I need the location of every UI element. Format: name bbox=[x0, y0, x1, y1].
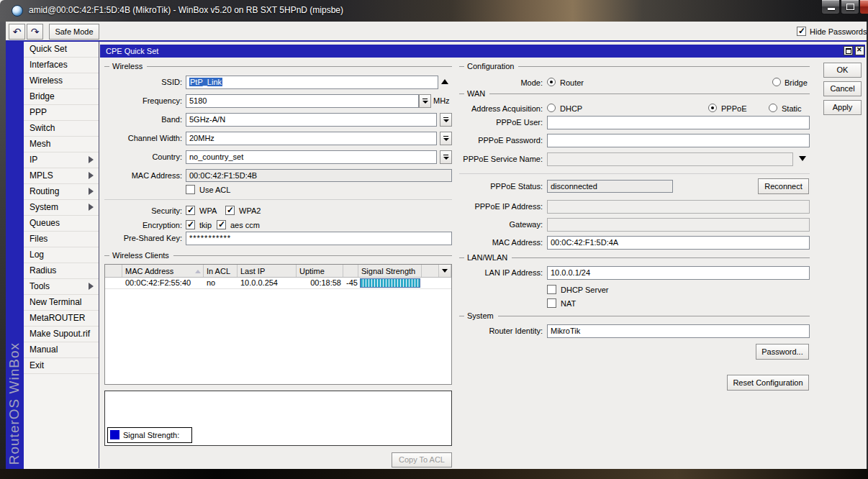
copy-to-acl-button[interactable]: Copy To ACL bbox=[392, 452, 452, 467]
pppoe-password-label: PPPoE Password: bbox=[460, 136, 543, 145]
sidebar-item-switch[interactable]: Switch bbox=[24, 121, 99, 137]
cancel-button[interactable]: Cancel bbox=[823, 81, 862, 96]
password-button[interactable]: Password... bbox=[756, 344, 809, 360]
apply-button[interactable]: Apply bbox=[823, 100, 862, 115]
undo-button[interactable] bbox=[9, 24, 25, 40]
band-input[interactable]: 5GHz-A/N bbox=[186, 113, 437, 127]
aes-ccm-checkbox[interactable] bbox=[217, 220, 226, 229]
sidebar-item-routing[interactable]: Routing bbox=[24, 184, 99, 200]
nat-checkbox[interactable] bbox=[547, 298, 556, 308]
lan-wlan-group-header: LAN/WLAN bbox=[459, 253, 810, 262]
frequency-dropdown-button[interactable] bbox=[419, 94, 431, 108]
acq-pppoe-radio[interactable] bbox=[708, 104, 717, 112]
ssid-input[interactable]: PtP_Link bbox=[186, 76, 438, 89]
redo-button[interactable] bbox=[27, 24, 43, 40]
main-toolbar bbox=[6, 22, 867, 40]
col-in-acl[interactable]: In ACL bbox=[204, 265, 238, 277]
legend-color-swatch bbox=[110, 430, 119, 439]
frequency-input[interactable]: 5180 bbox=[186, 94, 419, 108]
ok-button[interactable]: OK bbox=[823, 63, 862, 78]
sidebar-item-ppp[interactable]: PPP bbox=[24, 105, 99, 121]
psk-label: Pre-Shared Key: bbox=[104, 234, 182, 242]
dialog-titlebar[interactable]: CPE Quick Set bbox=[100, 45, 865, 58]
wpa2-checkbox[interactable] bbox=[225, 206, 235, 215]
client-row[interactable]: 00:0C:42:F2:55:40 no 10.0.0.254 00:18:58… bbox=[105, 278, 451, 289]
address-acquisition-label: Address Acquisition: bbox=[460, 104, 543, 113]
sidebar-item-bridge[interactable]: Bridge bbox=[24, 89, 99, 105]
dialog-title: CPE Quick Set bbox=[106, 47, 158, 55]
acq-dhcp-radio[interactable] bbox=[547, 104, 556, 112]
pppoe-status-label: PPPoE Status: bbox=[460, 182, 543, 191]
collapse-arrow-icon[interactable] bbox=[441, 79, 448, 84]
window-titlebar[interactable]: amid@00:0C:42:F1:5D:4B (MikroTik) - WinB… bbox=[0, 0, 868, 22]
pppoe-password-input[interactable] bbox=[547, 134, 810, 147]
sidebar-item-tools[interactable]: Tools bbox=[24, 279, 99, 295]
dhcp-server-checkbox[interactable] bbox=[547, 285, 556, 294]
wan-mac-label: MAC Address: bbox=[460, 238, 543, 247]
column-dropdown-button[interactable] bbox=[439, 265, 451, 277]
country-label: Country: bbox=[104, 152, 182, 161]
sidebar-item-wireless[interactable]: Wireless bbox=[24, 73, 99, 89]
sidebar-item-files[interactable]: Files bbox=[24, 232, 99, 247]
sidebar-item-mesh[interactable]: Mesh bbox=[24, 137, 99, 152]
wpa-checkbox[interactable] bbox=[186, 206, 195, 215]
col-mac-address[interactable]: MAC Address bbox=[122, 265, 204, 277]
col-uptime[interactable]: Uptime bbox=[297, 265, 343, 277]
sidebar-item-new-terminal[interactable]: New Terminal bbox=[24, 295, 99, 311]
sidebar-item-make-supout[interactable]: Make Supout.rif bbox=[24, 327, 99, 342]
safe-mode-button[interactable]: Safe Mode bbox=[49, 24, 99, 40]
window-border-left bbox=[0, 22, 6, 479]
mode-bridge-radio[interactable] bbox=[772, 78, 781, 86]
tkip-checkbox[interactable] bbox=[186, 220, 195, 229]
client-uptime: 00:18:58 bbox=[297, 278, 343, 288]
wan-group-header: WAN bbox=[459, 89, 810, 98]
sidebar-item-queues[interactable]: Queues bbox=[24, 216, 99, 232]
router-identity-label: Router Identity: bbox=[460, 327, 543, 335]
psk-input[interactable]: *********** bbox=[186, 232, 452, 245]
hide-passwords-checkbox[interactable] bbox=[797, 27, 806, 36]
channel-width-dropdown-button[interactable] bbox=[440, 132, 452, 145]
dialog-maximize-button[interactable] bbox=[844, 46, 853, 55]
legend-label: Signal Strength: bbox=[123, 428, 179, 442]
close-button[interactable] bbox=[859, 0, 868, 14]
sidebar-item-log[interactable]: Log bbox=[24, 247, 99, 263]
mode-router-radio[interactable] bbox=[547, 78, 556, 86]
winbox-app-icon bbox=[12, 5, 23, 17]
country-dropdown-button[interactable] bbox=[440, 150, 452, 164]
system-group-header: System bbox=[459, 311, 810, 320]
sidebar-item-ip[interactable]: IP bbox=[24, 152, 99, 168]
pppoe-user-input[interactable] bbox=[547, 116, 810, 129]
sidebar-item-interfaces[interactable]: Interfaces bbox=[24, 58, 99, 73]
wan-mac-input[interactable]: 00:0C:42:F1:5D:4A bbox=[547, 236, 810, 250]
mode-bridge-label: Bridge bbox=[785, 78, 808, 87]
dialog-close-button[interactable] bbox=[855, 46, 864, 55]
lan-ip-input[interactable]: 10.0.0.1/24 bbox=[547, 266, 810, 280]
country-input[interactable]: no_country_set bbox=[186, 150, 437, 164]
use-acl-checkbox[interactable] bbox=[186, 185, 195, 194]
hide-passwords-label: Hide Passwords bbox=[810, 27, 867, 36]
sidebar-item-metarouter[interactable]: MetaROUTER bbox=[24, 311, 99, 327]
reconnect-button[interactable]: Reconnect bbox=[758, 178, 809, 194]
client-mac: 00:0C:42:F2:55:40 bbox=[122, 278, 204, 288]
sidebar-item-manual[interactable]: Manual bbox=[24, 342, 99, 358]
submenu-arrow-icon bbox=[89, 204, 94, 210]
frequency-unit: MHz bbox=[433, 96, 455, 105]
channel-width-input[interactable]: 20MHz bbox=[186, 132, 437, 145]
sidebar-item-mpls[interactable]: MPLS bbox=[24, 168, 99, 184]
col-signal-strength[interactable]: Signal Strength bbox=[358, 265, 422, 277]
sidebar-item-quick-set[interactable]: Quick Set bbox=[24, 42, 99, 58]
minimize-button[interactable] bbox=[821, 0, 840, 14]
ssid-label: SSID: bbox=[104, 78, 182, 86]
sidebar-item-system[interactable]: System bbox=[24, 200, 99, 216]
col-last-ip[interactable]: Last IP bbox=[238, 265, 297, 277]
reset-configuration-button[interactable]: Reset Configuration bbox=[727, 375, 809, 391]
band-dropdown-button[interactable] bbox=[440, 113, 452, 127]
acq-static-radio[interactable] bbox=[769, 104, 777, 112]
router-identity-input[interactable]: MikroTik bbox=[547, 324, 810, 338]
sidebar-item-exit[interactable]: Exit bbox=[24, 358, 99, 374]
sidebar-item-radius[interactable]: Radius bbox=[24, 263, 99, 279]
wireless-clients-table[interactable]: MAC Address In ACL Last IP Uptime Signal… bbox=[104, 264, 452, 385]
wan-separator bbox=[459, 173, 810, 174]
service-name-dropdown-icon[interactable] bbox=[799, 156, 806, 161]
maximize-button[interactable] bbox=[841, 0, 859, 14]
